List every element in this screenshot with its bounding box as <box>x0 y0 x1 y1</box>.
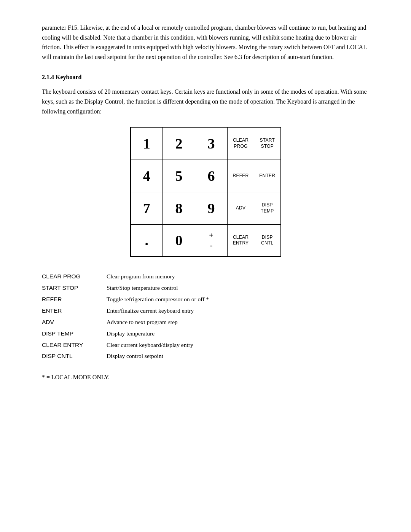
key-2[interactable]: 2 <box>163 127 195 160</box>
key-enter[interactable]: ENTER <box>254 160 281 192</box>
key-5[interactable]: 5 <box>163 160 195 192</box>
legend-item-6: CLEAR ENTRYClear current keyboard/displa… <box>42 339 209 351</box>
keyboard-table: 1 2 3 CLEARPROG STARTSTOP 4 5 6 REFER EN… <box>130 127 281 257</box>
legend-item-7: DISP CNTLDisplay control setpoint <box>42 350 209 362</box>
key-clear-prog[interactable]: CLEARPROG <box>228 127 254 160</box>
legend-item-0: CLEAR PROGClear program from memory <box>42 271 209 282</box>
key-9[interactable]: 9 <box>195 192 228 224</box>
legend-item-4: ADVAdvance to next program step <box>42 316 209 328</box>
legend-desc-2: Toggle refrigeration compressor on or of… <box>107 294 209 305</box>
key-6[interactable]: 6 <box>195 160 228 192</box>
key-refer[interactable]: REFER <box>228 160 254 192</box>
legend-table: CLEAR PROGClear program from memorySTART… <box>42 271 369 362</box>
page-wrapper: parameter F15. Likewise, at the end of a… <box>42 23 369 532</box>
keyboard-description: The keyboard consists of 20 momentary co… <box>42 87 369 116</box>
legend-item-1: START STOPStart/Stop temperature control <box>42 282 209 294</box>
legend-desc-3: Enter/finalize current keyboard entry <box>107 305 209 316</box>
key-0[interactable]: 0 <box>163 224 195 257</box>
legend-key-5: DISP TEMP <box>42 328 107 339</box>
key-disp-cntl[interactable]: DISPCNTL <box>254 224 281 257</box>
legend-desc-0: Clear program from memory <box>107 271 209 282</box>
legend-key-1: START STOP <box>42 282 107 294</box>
keyboard-row-3: 7 8 9 ADV DISPTEMP <box>131 192 281 224</box>
key-4[interactable]: 4 <box>131 160 163 192</box>
legend-item-3: ENTEREnter/finalize current keyboard ent… <box>42 305 209 316</box>
legend-desc-5: Display temperature <box>107 328 209 339</box>
key-3[interactable]: 3 <box>195 127 228 160</box>
keyboard-row-2: 4 5 6 REFER ENTER <box>131 160 281 192</box>
key-7[interactable]: 7 <box>131 192 163 224</box>
legend-key-6: CLEAR ENTRY <box>42 339 107 351</box>
legend-key-3: ENTER <box>42 305 107 316</box>
local-mode-note: * = LOCAL MODE ONLY. <box>42 374 369 381</box>
legend-items-table: CLEAR PROGClear program from memorySTART… <box>42 271 209 362</box>
keyboard-row-4: . 0 +- CLEARENTRY DISPCNTL <box>131 224 281 257</box>
legend-item-5: DISP TEMPDisplay temperature <box>42 328 209 339</box>
key-clear-entry[interactable]: CLEARENTRY <box>228 224 254 257</box>
legend-desc-1: Start/Stop temperature control <box>107 282 209 294</box>
legend-key-4: ADV <box>42 316 107 328</box>
legend-item-2: REFERToggle refrigeration compressor on … <box>42 294 209 305</box>
key-1[interactable]: 1 <box>131 127 163 160</box>
legend-key-7: DISP CNTL <box>42 350 107 362</box>
key-start-stop[interactable]: STARTSTOP <box>254 127 281 160</box>
key-disp-temp[interactable]: DISPTEMP <box>254 192 281 224</box>
keyboard-table-wrapper: 1 2 3 CLEARPROG STARTSTOP 4 5 6 REFER EN… <box>42 127 369 257</box>
legend-desc-6: Clear current keyboard/display entry <box>107 339 209 351</box>
key-8[interactable]: 8 <box>163 192 195 224</box>
key-dot[interactable]: . <box>131 224 163 257</box>
legend-desc-4: Advance to next program step <box>107 316 209 328</box>
intro-paragraph: parameter F15. Likewise, at the end of a… <box>42 23 369 62</box>
legend-desc-7: Display control setpoint <box>107 350 209 362</box>
keyboard-row-1: 1 2 3 CLEARPROG STARTSTOP <box>131 127 281 160</box>
section-heading: 2.1.4 Keyboard <box>42 74 369 81</box>
key-plus-minus[interactable]: +- <box>195 224 228 257</box>
legend-key-0: CLEAR PROG <box>42 271 107 282</box>
legend-key-2: REFER <box>42 294 107 305</box>
key-adv[interactable]: ADV <box>228 192 254 224</box>
